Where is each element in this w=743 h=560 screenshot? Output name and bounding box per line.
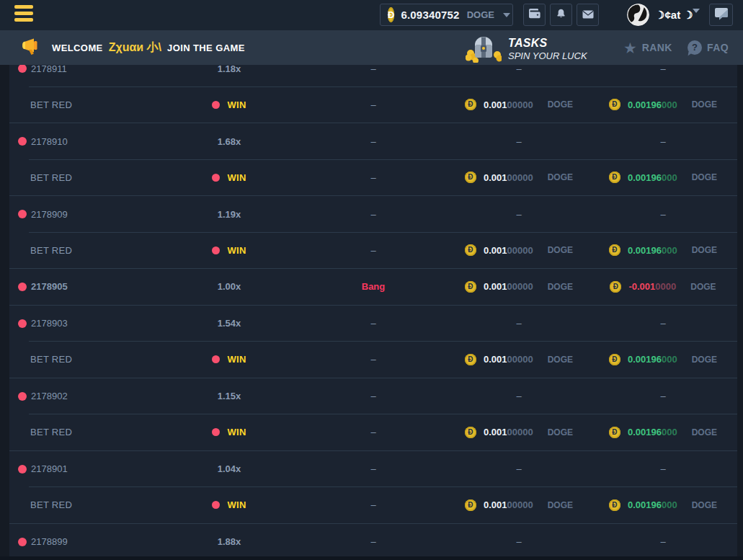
bet-amount: Ð0.00100000DOGE <box>465 427 573 438</box>
bet-label: BET RED <box>30 354 72 365</box>
amount-trailing-zeros: 000 <box>662 172 677 183</box>
game-id: 2178899 <box>31 536 68 547</box>
empty-dash: – <box>370 99 375 110</box>
red-dot-icon <box>212 101 220 109</box>
rank-link[interactable]: ★ RANK <box>623 30 672 65</box>
crash-multiplier: 1.88x <box>218 536 241 547</box>
welcome-prefix: WELCOME <box>52 43 103 53</box>
bet-row[interactable]: BET REDWIN–Ð0.00100000DOGEÐ0.00196000DOG… <box>9 342 737 378</box>
doge-coin-icon: Ð <box>609 244 620 256</box>
red-dot-icon <box>212 246 220 254</box>
chat-button[interactable] <box>709 4 733 26</box>
amount-trailing-zeros: 000 <box>662 427 677 437</box>
amount-currency: DOGE <box>548 245 573 255</box>
rank-label: RANK <box>642 42 672 53</box>
profit-amount: Ð0.00196000DOGE <box>609 427 717 438</box>
doge-coin-icon: Ð <box>465 499 476 511</box>
hamburger-menu-icon[interactable] <box>14 5 33 25</box>
amount-trailing-zeros: 000 <box>662 354 677 365</box>
bet-label: BET RED <box>30 99 72 110</box>
empty-dash: – <box>660 209 665 220</box>
result-win: WIN <box>227 427 246 437</box>
amount-trailing-zeros: 00000 <box>507 172 533 183</box>
empty-dash: – <box>370 536 375 547</box>
empty-dash: – <box>370 354 375 365</box>
empty-dash: – <box>370 245 375 256</box>
doge-coin-icon: Ð <box>609 99 620 110</box>
amount-currency: DOGE <box>692 355 717 365</box>
doge-coin-icon: Ð <box>609 499 620 511</box>
amount-currency: DOGE <box>692 427 717 437</box>
result-win: WIN <box>227 99 246 110</box>
empty-dash: – <box>516 136 521 147</box>
bet-row[interactable]: BET REDWIN–Ð0.00100000DOGEÐ0.00196000DOG… <box>9 160 737 197</box>
red-dot-icon <box>18 64 27 73</box>
loss-amount: Ð-0.0010000DOGE <box>610 281 716 293</box>
bet-amount: Ð0.00100000DOGE <box>465 172 573 183</box>
game-id: 2178910 <box>31 136 68 147</box>
notifications-button[interactable] <box>550 4 572 26</box>
empty-dash: – <box>516 536 521 547</box>
game-row[interactable]: 21789011.04x––– <box>9 451 737 488</box>
amount-trailing-zeros: 000 <box>662 499 677 510</box>
empty-dash: – <box>370 427 375 437</box>
faq-link[interactable]: ? FAQ <box>688 30 729 65</box>
bets-table: 21789111.18x–––BET REDWIN–Ð0.00100000DOG… <box>9 50 737 560</box>
bet-row[interactable]: BET REDWIN–Ð0.00100000DOGEÐ0.00196000DOG… <box>9 414 737 451</box>
amount-trailing-zeros: 000 <box>662 99 677 110</box>
game-row[interactable]: 21789021.15x––– <box>9 378 737 415</box>
empty-dash: – <box>370 499 375 510</box>
doge-coin-icon: Ð <box>609 172 620 183</box>
amount-currency: DOGE <box>690 282 716 292</box>
empty-dash: – <box>660 136 665 147</box>
empty-dash: – <box>660 63 665 74</box>
bet-amount: Ð0.00100000DOGE <box>465 99 573 110</box>
amount-value: 0.00196 <box>628 99 662 110</box>
treasure-chest-icon <box>466 32 502 66</box>
amount-trailing-zeros: 00000 <box>507 281 533 292</box>
amount-trailing-zeros: 00000 <box>507 245 533 256</box>
game-row[interactable]: 21789031.54x––– <box>9 306 737 342</box>
crash-multiplier: 1.18x <box>218 63 241 74</box>
user-menu-chevron-icon[interactable] <box>693 13 700 26</box>
game-row[interactable]: 21789051.00xBangÐ0.00100000DOGEÐ-0.00100… <box>9 269 737 306</box>
empty-dash: – <box>516 391 521 401</box>
empty-dash: – <box>660 536 665 547</box>
amount-value: 0.00196 <box>628 172 662 183</box>
empty-dash: – <box>370 318 375 329</box>
amount-currency: DOGE <box>692 172 717 182</box>
game-row[interactable]: 21789101.68x––– <box>9 123 737 160</box>
red-dot-icon <box>18 283 27 291</box>
amount-value: 0.00196 <box>628 427 662 437</box>
tasks-subtitle: SPIN YOUR LUCK <box>508 50 587 61</box>
game-row[interactable]: 21789091.19x––– <box>9 196 737 233</box>
tasks-link[interactable]: TASKS SPIN YOUR LUCK <box>466 32 587 66</box>
amount-trailing-zeros: 0000 <box>655 281 676 292</box>
empty-dash: – <box>370 391 375 401</box>
profit-amount: Ð0.00196000DOGE <box>609 499 717 511</box>
welcome-suffix: JOIN THE GAME <box>167 43 245 53</box>
red-dot-icon <box>212 174 220 182</box>
result-bang: Bang <box>362 281 386 292</box>
welcome-username: Zχuαи 小\ <box>109 40 161 55</box>
balance-selector[interactable]: Ð 6.09340752 DOGE <box>380 4 513 26</box>
username[interactable]: ☽¢at ☽ <box>655 0 693 30</box>
bet-row[interactable]: BET REDWIN–Ð0.00100000DOGEÐ0.00196000DOG… <box>9 87 737 124</box>
game-id: 2178909 <box>31 209 68 220</box>
amount-trailing-zeros: 00000 <box>507 427 533 437</box>
avatar[interactable] <box>627 4 649 26</box>
crash-multiplier: 1.04x <box>218 463 241 474</box>
bet-row[interactable]: BET REDWIN–Ð0.00100000DOGEÐ0.00196000DOG… <box>9 487 737 524</box>
bell-icon <box>556 8 566 22</box>
game-row[interactable]: 21788991.88x––– <box>9 524 737 560</box>
wallet-button[interactable] <box>523 4 546 26</box>
bottom-edge <box>0 556 743 560</box>
messages-button[interactable] <box>577 4 599 26</box>
profit-amount: Ð0.00196000DOGE <box>609 99 717 110</box>
bet-row[interactable]: BET REDWIN–Ð0.00100000DOGEÐ0.00196000DOG… <box>9 233 737 270</box>
red-dot-icon <box>18 392 27 401</box>
red-dot-icon <box>212 428 220 436</box>
red-dot-icon <box>212 355 220 363</box>
doge-coin-icon: Ð <box>609 354 620 365</box>
bet-label: BET RED <box>30 499 72 510</box>
